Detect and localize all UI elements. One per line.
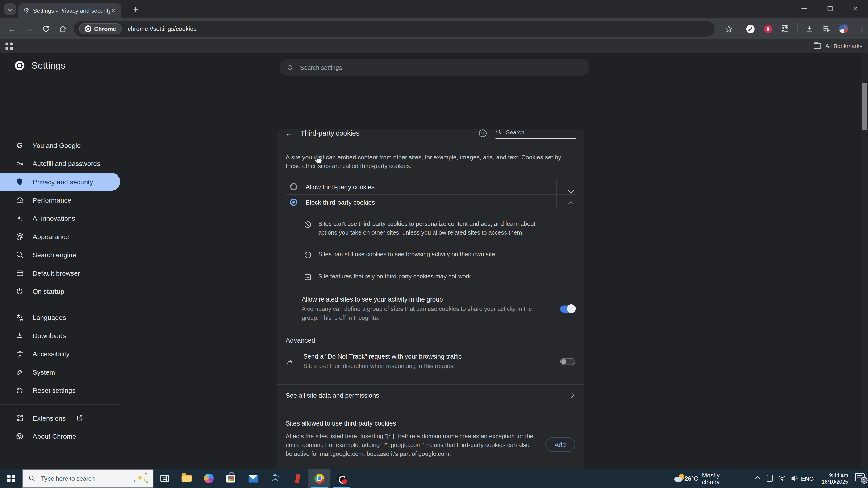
sidebar-item-default-browser[interactable]: Default browser — [0, 264, 120, 282]
extension-a-button[interactable] — [743, 18, 757, 39]
scrollbar-thumb[interactable] — [862, 83, 867, 130]
sidebar-item-search-engine[interactable]: Search engine — [0, 246, 120, 264]
all-bookmarks-label: All Bookmarks — [825, 43, 863, 49]
sidebar-item-appearance[interactable]: Appearance — [0, 228, 120, 246]
extension-b-button[interactable] — [761, 18, 775, 39]
active-app-indicator — [311, 487, 328, 488]
volume-icon[interactable] — [790, 475, 798, 482]
all-bookmarks[interactable]: All Bookmarks — [809, 39, 863, 53]
start-button[interactable] — [0, 469, 22, 488]
home-button[interactable] — [55, 18, 70, 39]
wifi-icon[interactable] — [778, 475, 786, 481]
broken-feature-icon — [303, 273, 313, 282]
scrollbar[interactable] — [861, 53, 868, 469]
puzzle-icon — [780, 24, 789, 33]
profile-button[interactable] — [836, 18, 851, 39]
sidebar-item-you-and-google[interactable]: G You and Google — [0, 136, 120, 154]
taskbar-apps — [153, 469, 352, 488]
sidebar-item-on-startup[interactable]: On startup — [0, 282, 120, 300]
sidebar-item-privacy-and-security[interactable]: Privacy and security — [0, 172, 120, 191]
reading-list-button[interactable] — [819, 18, 834, 39]
speedometer-icon — [15, 195, 24, 205]
taskbar-search-input[interactable] — [40, 474, 129, 482]
sidebar-item-performance[interactable]: Performance — [0, 191, 120, 209]
page-search[interactable] — [496, 129, 577, 139]
card-header: ← Third-party cookies ? — [277, 129, 584, 142]
taskbar-search[interactable]: ✦✦✦ — [22, 469, 153, 487]
settings-search[interactable] — [280, 59, 589, 76]
option-block-third-party[interactable]: Block third-party cookies — [286, 195, 576, 210]
related-sites-toggle-on[interactable] — [560, 305, 575, 313]
search-icon — [28, 475, 36, 482]
close-button[interactable]: × — [842, 0, 868, 17]
security-app-button[interactable] — [264, 469, 286, 488]
sidebar-gap — [0, 300, 120, 308]
sidebar-item-accessibility[interactable]: Accessibility — [0, 345, 120, 363]
microsoft-store-button[interactable] — [220, 469, 242, 488]
sidebar-item-extensions[interactable]: Extensions — [0, 409, 120, 427]
sidebar-item-reset-settings[interactable]: Reset settings — [0, 381, 120, 399]
copilot-button[interactable] — [198, 469, 220, 488]
menu-button[interactable]: ⋮ — [855, 18, 868, 39]
mouse-cursor-hand — [313, 153, 323, 164]
active-tab[interactable]: ⚙ Settings - Privacy and security × — [18, 3, 121, 19]
collapse-button[interactable] — [569, 198, 573, 208]
site-info-chip[interactable]: Chrome — [79, 23, 122, 34]
extensions-button[interactable] — [778, 18, 792, 39]
allowed-sites-section: Sites allowed to use third-party cookies… — [277, 420, 584, 459]
option-divider — [556, 180, 557, 194]
file-explorer-button[interactable] — [176, 469, 198, 488]
page-search-input[interactable] — [505, 129, 560, 136]
advanced-label: Advanced — [277, 337, 584, 345]
notification-badge: 1 — [861, 477, 867, 484]
radio-unselected-icon[interactable] — [290, 183, 298, 191]
language-indicator[interactable]: ENG — [801, 469, 814, 488]
avatar — [839, 24, 848, 33]
back-arrow-icon[interactable]: ← — [285, 129, 293, 138]
see-all-site-data-row[interactable]: See all site data and permissions — [277, 385, 584, 406]
minimize-button[interactable] — [792, 0, 817, 17]
sidebar-item-ai-innovations[interactable]: AI innovations — [0, 209, 120, 227]
obs-app-button[interactable] — [331, 469, 352, 488]
red-app-button[interactable] — [286, 469, 308, 488]
device-tray-icon[interactable] — [767, 475, 773, 482]
back-button[interactable]: ← — [5, 18, 19, 39]
help-icon[interactable]: ? — [479, 129, 487, 137]
expand-button[interactable] — [569, 185, 573, 195]
notification-center-button[interactable]: 1 — [855, 473, 865, 481]
puzzle-icon — [15, 413, 24, 423]
new-tab-button[interactable]: + — [128, 2, 143, 17]
window-controls: × — [792, 0, 868, 17]
sidebar-item-about-chrome[interactable]: About Chrome — [0, 427, 120, 445]
forward-button[interactable]: → — [22, 18, 36, 39]
chrome-app-button[interactable] — [308, 469, 331, 488]
maximize-button[interactable] — [817, 0, 842, 17]
sidebar-item-autofill[interactable]: Autofill and passwords — [0, 154, 120, 172]
external-link-icon — [76, 415, 83, 422]
address-bar[interactable]: Chrome chrome://settings/cookies — [73, 21, 715, 36]
browser-window-icon — [15, 268, 24, 278]
mail-button[interactable] — [242, 469, 264, 488]
sidebar-item-system[interactable]: System — [0, 363, 120, 381]
tab-search-button[interactable] — [4, 3, 16, 15]
tab-close-icon[interactable]: × — [110, 7, 116, 14]
apps-grid-icon[interactable] — [5, 43, 13, 50]
bookmark-star-button[interactable] — [721, 18, 736, 39]
windows-taskbar: ✦✦✦ — [0, 469, 868, 488]
hidden-icons-chevron[interactable] — [755, 476, 760, 482]
task-view-button[interactable] — [153, 469, 176, 488]
option-allow-third-party[interactable]: Allow third-party cookies — [286, 180, 576, 194]
add-site-button[interactable]: Add — [545, 437, 575, 452]
settings-search-input[interactable] — [299, 64, 582, 71]
reload-button[interactable] — [39, 18, 53, 39]
sidebar-item-downloads[interactable]: Downloads — [0, 326, 120, 345]
active-app-indicator — [333, 487, 350, 488]
clock[interactable]: 9:44 am 16/10/2025 — [822, 469, 848, 488]
downloads-button[interactable] — [802, 18, 816, 39]
radio-selected-icon[interactable] — [290, 199, 298, 206]
weather-widget[interactable]: 26°C Mostly cloudy — [674, 469, 724, 488]
do-not-track-toggle-off[interactable] — [560, 358, 575, 365]
allowed-sites-title: Sites allowed to use third-party cookies — [277, 420, 584, 427]
sidebar-item-languages[interactable]: Languages — [0, 308, 120, 326]
url-text: chrome://settings/cookies — [128, 26, 196, 32]
